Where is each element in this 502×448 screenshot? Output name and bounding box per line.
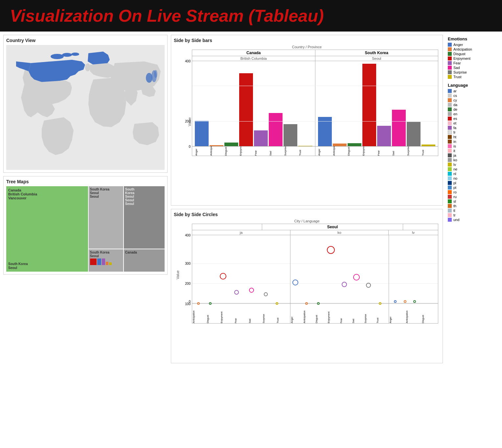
legend-sl[interactable]: sl [448,199,497,203]
treemap-canada-label: Canada [8,188,86,192]
nl-color [448,172,452,176]
circle-enjoyment-ja[interactable] [220,273,226,280]
circle-surprise-ko[interactable] [366,283,371,288]
no-color [448,176,452,180]
legend-is[interactable]: is [448,144,497,148]
treemap-sk1[interactable]: South Korea Seoul Seoul [89,186,123,249]
legend-en[interactable]: en [448,112,497,116]
country-view-title: Country View [6,38,165,43]
circle-anger-lv[interactable] [394,300,397,303]
page-title: Visualization On Live Stream (Tableau) [10,6,492,26]
bar-fear-korea[interactable] [377,126,391,146]
legend-th[interactable]: th [448,204,497,208]
legend-trust[interactable]: Trust [448,75,497,79]
surprise-label: Surprise [453,70,467,74]
legend-it[interactable]: it [448,149,497,153]
it-label: it [453,149,455,153]
legend-da[interactable]: da [448,103,497,107]
language-headers: ja ko lv [192,230,438,235]
legend-in[interactable]: in [448,140,497,144]
legend-cy[interactable]: cy [448,98,497,102]
svg-point-7 [154,70,157,78]
legend-ja[interactable]: ja [448,153,497,157]
cy-color [448,98,452,102]
treemap-sk2[interactable]: South Korea Seoul Seoul Seoul [124,186,165,249]
legend-und[interactable]: und [448,218,497,222]
legend-tr[interactable]: tr [448,213,497,217]
world-map[interactable] [6,45,165,170]
ro-label: ro [453,190,457,194]
legend-fa[interactable]: fa [448,126,497,130]
language-legend: Language ar cs cy da de [448,83,497,222]
bar-anger-korea[interactable] [318,117,332,146]
circle-fear-ja[interactable] [234,290,239,295]
bar-enjoyment-canada[interactable] [239,73,253,146]
treemap-sk-bottom[interactable]: South Korea Seoul [89,249,123,272]
bar-sad-canada[interactable] [269,113,283,146]
bar-surprise-korea[interactable] [407,122,421,146]
y-axis: 400 200 0 Value [174,61,192,156]
ja-section: Anticipation Disgust Enjoyment Fear Sad … [192,235,290,323]
legend-ar[interactable]: ar [448,89,497,93]
enjoyment-color [448,56,452,60]
bar-surprise-canada[interactable] [284,124,297,146]
legend-surprise[interactable]: Surprise [448,70,497,74]
treemap-canada-province: British Columbia [8,192,86,196]
language-legend-title: Language [448,83,497,88]
legend-tl[interactable]: tl [448,209,497,213]
legend-fr[interactable]: fr [448,130,497,134]
circle-anger-ko[interactable] [292,280,298,285]
treemap-container: Canada British Columbia Vancouver South … [6,186,165,272]
x-labels-canada: Anger Anticipation Disgust Enjoyment Fea… [192,146,315,156]
legend-no[interactable]: no [448,176,497,180]
ht-color [448,135,452,139]
legend-fear[interactable]: Fear [448,61,497,65]
et-label: et [453,121,456,125]
legend-ru[interactable]: ru [448,195,497,199]
legend-anger[interactable]: Anger [448,43,497,47]
legend-disgust[interactable]: Disgust [448,52,497,56]
enjoyment-label: Enjoyment [453,56,470,60]
legend-sad[interactable]: Sad [448,66,497,70]
bar-sad-korea[interactable] [392,110,406,146]
xlabel-anticipation-ko: Anticipation [303,303,315,323]
emotions-legend: Emotions Anger Anticipation Disgust Enjo… [448,36,497,79]
xlabel-sad-canada: Sad [269,146,283,156]
bar-enjoyment-korea[interactable] [362,64,376,146]
circle-sad-ko[interactable] [353,274,360,280]
tl-color [448,209,452,213]
legend-anticipation[interactable]: Anticipation [448,47,497,51]
ru-color [448,195,452,199]
legend-pt[interactable]: pt [448,186,497,190]
legend-ko[interactable]: ko [448,158,497,162]
fear-color [448,61,452,65]
legend-lv[interactable]: lv [448,163,497,167]
legend-nl[interactable]: nl [448,172,497,176]
xlabel-surprise-ja: Surprise [262,303,276,323]
legend-pl[interactable]: pl [448,181,497,185]
circle-surprise-ja[interactable] [264,292,268,296]
xlabel-disgust-ko: Disgust [315,303,327,323]
legend-enjoyment[interactable]: Enjoyment [448,56,497,60]
circle-fear-ko[interactable] [342,282,347,287]
xlabel-enjoyment-korea: Enjoyment [362,146,376,156]
legend-de[interactable]: de [448,107,497,111]
treemap-canada[interactable]: Canada British Columbia Vancouver South … [6,186,88,272]
bar-fear-canada[interactable] [254,130,268,146]
legend-et[interactable]: et [448,121,497,125]
legend-ro[interactable]: ro [448,190,497,194]
circles-y-300: 300 [185,261,191,265]
circle-sad-ja[interactable] [249,288,254,293]
circle-disgust-lv[interactable] [413,300,416,303]
legend-ne[interactable]: ne [448,167,497,171]
xlabel-fear-korea: Fear [377,146,391,156]
legend-ht[interactable]: ht [448,135,497,139]
treemap-canada2[interactable]: Canada [124,249,165,272]
de-color [448,107,452,111]
circle-enjoyment-ko[interactable] [327,246,335,254]
legend-es[interactable]: es [448,117,497,121]
is-label: is [453,144,456,148]
circle-anticipation-lv[interactable] [404,300,406,303]
ko-label-lang: ko [453,158,457,162]
legend-cs[interactable]: cs [448,94,497,98]
